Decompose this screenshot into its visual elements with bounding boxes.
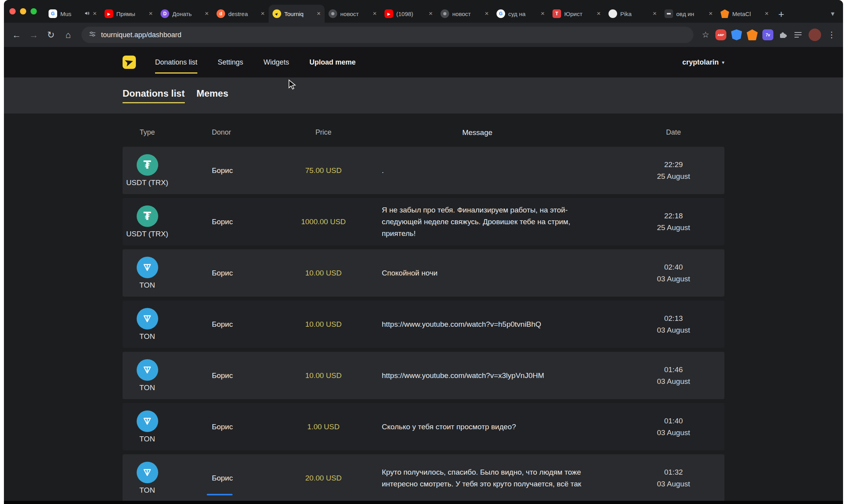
- ton-icon: [137, 410, 158, 432]
- browser-tab[interactable]: новост ×: [325, 5, 381, 23]
- tab-close-icon[interactable]: ×: [429, 10, 433, 18]
- browser-tab[interactable]: овд ин ×: [661, 5, 717, 23]
- header-nav-item[interactable]: Settings: [218, 58, 243, 67]
- tab-close-icon[interactable]: ×: [261, 10, 265, 18]
- header-nav-item[interactable]: Widgets: [264, 58, 289, 67]
- new-tab-button[interactable]: +: [773, 5, 790, 23]
- donation-price: 20.00 USD: [293, 474, 354, 482]
- header-nav-item[interactable]: Donations list: [155, 58, 197, 67]
- browser-tab[interactable]: destrea ×: [213, 5, 269, 23]
- bookmark-star-icon[interactable]: ☆: [699, 28, 712, 41]
- chevron-down-icon: ▾: [722, 59, 724, 65]
- tab-favicon: [441, 9, 449, 18]
- coin-type-label: TON: [139, 435, 155, 443]
- browser-tab[interactable]: MetaCl ×: [717, 5, 773, 23]
- browser-tab[interactable]: новост ×: [437, 5, 493, 23]
- donation-time: 01:46: [664, 364, 683, 375]
- column-header-price: Price: [293, 128, 354, 137]
- forward-button[interactable]: →: [26, 27, 42, 43]
- tab-favicon: [664, 9, 673, 18]
- shield-extension-icon[interactable]: [731, 29, 742, 40]
- donation-row: ₮ TON Борис 1.00 USD: [123, 403, 724, 450]
- donation-date: 03 August: [657, 376, 690, 387]
- donor-name: Борис: [172, 423, 293, 431]
- account-menu[interactable]: cryptolarin ▾: [682, 58, 724, 67]
- donation-message: Круто получилось, спасибо. Было видно, ч…: [382, 466, 601, 490]
- tab-close-icon[interactable]: ×: [205, 10, 209, 18]
- date-cell: 02:13 03 August: [623, 313, 724, 335]
- account-name: cryptolarin: [682, 58, 719, 67]
- address-bar[interactable]: tourniquet.app/dashboard: [81, 27, 693, 43]
- home-button[interactable]: ⌂: [60, 27, 76, 43]
- browser-tab[interactable]: суд на ×: [493, 5, 549, 23]
- donation-time: 22:29: [664, 159, 683, 170]
- side-panel-icon[interactable]: [791, 28, 805, 41]
- adblock-extension-icon[interactable]: [715, 29, 726, 40]
- tab-title: Юрист: [564, 11, 594, 17]
- donation-message: https://www.youtube.com/watch?v=h5p0tvni…: [382, 319, 541, 330]
- browser-tab[interactable]: Прямы ×: [101, 5, 157, 23]
- tab-close-icon[interactable]: ×: [709, 10, 713, 18]
- subtab-item[interactable]: Memes: [197, 88, 228, 103]
- message-cell: Сколько у тебя стоит просмотр видео?: [354, 421, 623, 433]
- table-header-row: Type Donor Price Message Date: [123, 113, 724, 147]
- browser-tab[interactable]: Tourniq ×: [269, 5, 325, 23]
- url-text[interactable]: tourniquet.app/dashboard: [101, 31, 181, 39]
- tab-favicon: [161, 9, 169, 18]
- extensions-puzzle-icon[interactable]: [776, 28, 790, 41]
- coin-type-label: USDT (TRX): [126, 230, 168, 238]
- tab-search-chevron-icon[interactable]: ▾: [831, 9, 843, 23]
- header-nav-item[interactable]: Upload meme: [309, 58, 356, 67]
- tab-close-icon[interactable]: ×: [93, 10, 97, 18]
- tab-close-icon[interactable]: ×: [765, 10, 769, 18]
- browser-window: Mus × Прямы ×: [4, 0, 843, 504]
- tab-close-icon[interactable]: ×: [597, 10, 601, 18]
- site-info-icon[interactable]: [88, 30, 96, 40]
- wallet-extension-icon[interactable]: [762, 29, 773, 40]
- donor-name: Борис: [172, 166, 293, 175]
- profile-avatar[interactable]: [809, 29, 821, 41]
- tab-close-icon[interactable]: ×: [373, 10, 377, 18]
- type-cell: ₮ TON: [123, 359, 172, 392]
- donation-row: ₮ TON Борис 10.00 USD: [123, 301, 724, 348]
- browser-tab[interactable]: Mus ×: [45, 5, 101, 23]
- donation-price: 1.00 USD: [293, 423, 354, 431]
- browser-tab[interactable]: Pika ×: [605, 5, 661, 23]
- reload-button[interactable]: ↻: [43, 27, 59, 43]
- browser-tab[interactable]: (1098) ×: [381, 5, 437, 23]
- browser-tab[interactable]: Юрист ×: [549, 5, 605, 23]
- tab-close-icon[interactable]: ×: [149, 10, 153, 18]
- tourniquet-logo-icon[interactable]: [123, 56, 136, 69]
- tab-title: Прямы: [116, 11, 146, 17]
- subtab-item[interactable]: Donations list: [123, 88, 185, 103]
- back-button[interactable]: ←: [9, 27, 24, 43]
- tab-close-icon[interactable]: ×: [485, 10, 489, 18]
- browser-menu-kebab-icon[interactable]: ⋮: [825, 28, 838, 41]
- message-cell: Круто получилось, спасибо. Было видно, ч…: [354, 466, 623, 490]
- tab-close-icon[interactable]: ×: [541, 10, 545, 18]
- donation-date: 25 August: [657, 222, 690, 233]
- tab-title: destrea: [228, 11, 258, 17]
- close-window-button[interactable]: [9, 8, 16, 14]
- browser-tab[interactable]: Донать ×: [157, 5, 213, 23]
- donation-price: 1000.00 USD: [293, 218, 354, 226]
- zoom-window-button[interactable]: [31, 8, 37, 14]
- coin-type-label: TON: [139, 281, 155, 290]
- donation-message: Спокойной ночи: [382, 267, 437, 279]
- metamask-extension-icon[interactable]: [747, 29, 758, 40]
- donation-date: 03 August: [657, 479, 690, 489]
- bottom-letterbox-bar: [4, 501, 843, 504]
- donation-price: 75.00 USD: [293, 166, 354, 175]
- site-header: Donations list Settings Widgets Upload m…: [4, 47, 843, 77]
- tab-close-icon[interactable]: ×: [317, 10, 321, 18]
- tab-audio-icon[interactable]: [84, 11, 90, 17]
- donation-price: 10.00 USD: [293, 320, 354, 329]
- message-cell: .: [354, 165, 623, 176]
- minimize-window-button[interactable]: [20, 8, 26, 14]
- message-cell: https://www.youtube.com/watch?v=h5p0tvni…: [354, 319, 623, 330]
- tab-favicon: [608, 9, 617, 18]
- tab-close-icon[interactable]: ×: [653, 10, 657, 18]
- column-header-donor: Donor: [172, 128, 293, 137]
- donation-date: 03 August: [657, 274, 690, 284]
- tab-favicon: [329, 9, 337, 18]
